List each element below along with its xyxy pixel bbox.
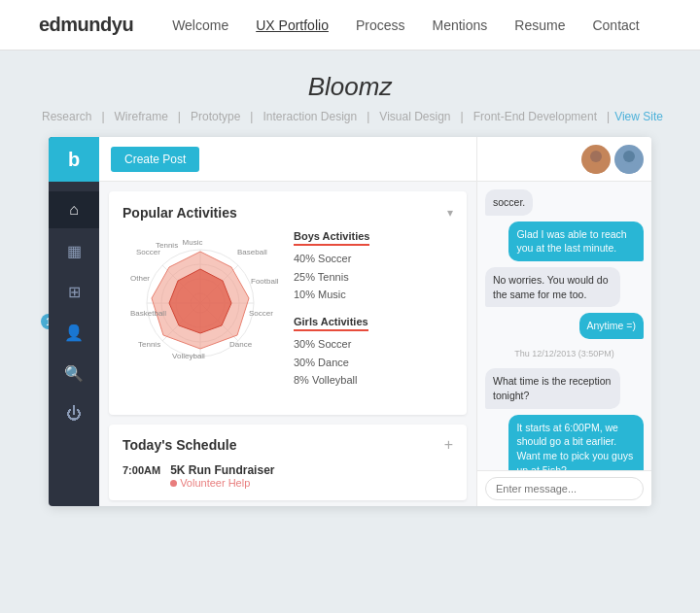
boys-stat-1: 40% Soccer — [294, 250, 453, 268]
nav-item-contact[interactable]: Contact — [592, 17, 639, 33]
project-header: Bloomz Research | Wireframe | Prototype … — [0, 51, 700, 137]
user-icon: 👤 — [64, 324, 84, 342]
tag-wireframe: Wireframe — [115, 110, 168, 123]
svg-text:Music: Music — [183, 238, 203, 247]
panel-topbar: Create Post — [99, 137, 476, 182]
svg-point-22 — [586, 163, 606, 174]
tag-frontend: Front-End Development — [473, 110, 597, 123]
radar-chart: Music Baseball Football Soccer Dance Vol… — [122, 230, 278, 366]
chat-messages[interactable]: soccer. Glad I was able to reach you at … — [477, 182, 651, 470]
girls-activities-title: Girls Activities — [294, 316, 368, 331]
separator-4: | — [367, 110, 369, 123]
tag-interaction-design: Interaction Design — [262, 110, 357, 123]
chat-msg-3: No worries. You would do the same for me… — [485, 267, 620, 307]
nav-item-ux-portfolio[interactable]: UX Portfolio — [256, 17, 329, 33]
svg-text:Tennis: Tennis — [138, 340, 160, 349]
tag-visual-design: Visual Design — [379, 110, 450, 123]
nav-item-welcome[interactable]: Welcome — [172, 17, 228, 33]
schedule-title: Today's Schedule — [122, 437, 236, 453]
top-nav: edmundyu Welcome UX Portfolio Process Me… — [0, 0, 700, 51]
chat-msg-5: What time is the reception tonight? — [485, 368, 620, 408]
girls-stats-list: 30% Soccer 30% Dance 8% Volleyball — [294, 335, 453, 390]
boys-stats-list: 40% Soccer 25% Tennis 10% Music — [294, 250, 453, 304]
separator-6: | — [607, 110, 610, 123]
center-panel: Create Post Popular Activities ▾ — [99, 137, 476, 506]
chat-input-area — [477, 470, 651, 506]
svg-text:Other: Other — [130, 274, 150, 283]
sidebar-item-grid[interactable]: ⊞ — [49, 273, 99, 310]
girls-stat-1: 30% Soccer — [294, 335, 453, 354]
separator-3: | — [250, 110, 253, 123]
svg-text:Volleyball: Volleyball — [172, 352, 205, 360]
sidebar-item-search[interactable]: 🔍 — [49, 355, 99, 392]
sidebar-item-power[interactable]: ⏻ — [66, 395, 82, 432]
activities-stats: Boys Activities 40% Soccer 25% Tennis 10… — [294, 230, 453, 401]
power-icon: ⏻ — [66, 405, 82, 423]
bar-chart-icon: ▦ — [67, 242, 82, 260]
svg-point-24 — [619, 163, 639, 174]
home-icon: ⌂ — [69, 201, 79, 219]
separator-5: | — [461, 110, 464, 123]
view-site-link[interactable]: View Site — [614, 110, 663, 123]
panel-body: Popular Activities ▾ — [99, 182, 476, 506]
schedule-tag: Volunteer Help — [170, 477, 274, 489]
chat-msg-1: soccer. — [485, 189, 533, 216]
svg-text:Soccer: Soccer — [249, 309, 273, 318]
sidebar: b ⌂ ▦ ⊞ 👤 🔍 — [49, 137, 99, 506]
svg-text:Football: Football — [251, 277, 278, 286]
project-title: Bloomz — [0, 72, 700, 102]
sidebar-item-stats[interactable]: ▦ — [49, 232, 99, 269]
schedule-time: 7:00AM — [122, 463, 160, 476]
card-header: Popular Activities ▾ — [122, 205, 453, 221]
girls-stat-2: 30% Dance — [294, 354, 453, 372]
sidebar-item-user[interactable]: 👤 — [49, 314, 99, 351]
svg-point-21 — [590, 151, 602, 162]
activities-body: Music Baseball Football Soccer Dance Vol… — [122, 230, 453, 401]
svg-text:Tennis: Tennis — [156, 241, 178, 250]
chat-panel: soccer. Glad I was able to reach you at … — [476, 137, 651, 506]
project-tags: Research | Wireframe | Prototype | Inter… — [0, 110, 700, 123]
separator-1: | — [101, 110, 104, 123]
nav-item-process[interactable]: Process — [356, 17, 405, 33]
card-title: Popular Activities — [122, 205, 237, 221]
sidebar-item-home[interactable]: ⌂ — [49, 191, 99, 228]
chat-input[interactable] — [485, 477, 644, 500]
app-window: b ⌂ ▦ ⊞ 👤 🔍 — [49, 137, 651, 506]
tag-research: Research — [42, 110, 91, 123]
boys-stat-2: 25% Tennis — [294, 268, 453, 287]
chat-msg-6: It starts at 6:00PM, we should go a bit … — [508, 415, 644, 471]
chat-msg-4: Anytime =) — [579, 313, 644, 339]
create-post-button[interactable]: Create Post — [111, 147, 199, 172]
grid-icon: ⊞ — [68, 283, 81, 301]
svg-text:Dance: Dance — [229, 340, 253, 349]
site-logo[interactable]: edmundyu — [39, 14, 133, 36]
nav-links: Welcome UX Portfolio Process Mentions Re… — [172, 17, 640, 33]
event-name: 5K Run Fundraiser — [170, 463, 274, 477]
schedule-item: 7:00AM 5K Run Fundraiser Volunteer Help — [122, 463, 453, 489]
avatar-2 — [614, 145, 644, 174]
chat-header — [477, 137, 651, 182]
girls-stat-3: 8% Volleyball — [294, 371, 453, 390]
chat-msg-2: Glad I was able to reach you at the last… — [508, 221, 644, 261]
popular-activities-card: Popular Activities ▾ — [109, 191, 467, 415]
schedule-dot — [170, 480, 177, 487]
chevron-down-icon[interactable]: ▾ — [447, 206, 453, 220]
nav-item-mentions[interactable]: Mentions — [433, 17, 488, 33]
boys-activities-title: Boys Activities — [294, 230, 369, 246]
sidebar-logo: b — [49, 137, 99, 182]
chat-timestamp: Thu 12/12/2013 (3:50PM) — [485, 349, 644, 358]
avatar-1 — [581, 145, 611, 174]
schedule-card: Today's Schedule + 7:00AM 5K Run Fundrai… — [109, 425, 467, 500]
add-icon[interactable]: + — [444, 436, 453, 454]
app-wrapper: 1 b ⌂ ▦ ⊞ 👤 — [49, 137, 651, 506]
nav-item-resume[interactable]: Resume — [514, 17, 565, 33]
sidebar-nav: ⌂ ▦ ⊞ 👤 🔍 ⏻ — [49, 182, 99, 448]
radar-svg: Music Baseball Football Soccer Dance Vol… — [122, 230, 278, 366]
svg-text:Baseball: Baseball — [237, 248, 267, 256]
main-content: 1 b ⌂ ▦ ⊞ 👤 — [0, 137, 700, 506]
search-icon: 🔍 — [64, 364, 84, 383]
boys-stat-3: 10% Music — [294, 286, 453, 304]
schedule-info: 5K Run Fundraiser Volunteer Help — [170, 463, 274, 489]
schedule-header: Today's Schedule + — [122, 436, 453, 454]
separator-2: | — [178, 110, 181, 123]
